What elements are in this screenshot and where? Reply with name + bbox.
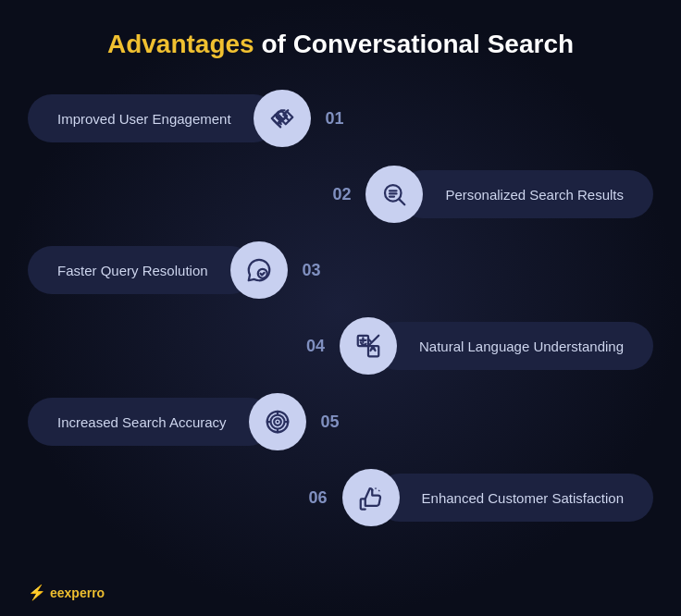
advantage-row-2: 02 Personalized Search Results [28,161,653,228]
translate-icon [354,332,382,360]
icon-circle-5 [249,393,306,450]
number-2: 02 [328,185,354,204]
svg-line-1 [400,200,405,205]
number-3: 03 [299,261,325,280]
logo-text: eexperro [50,585,105,600]
logo-area: ⚡ eexperro [28,584,105,601]
label-pill-5: Increased Search Accuracy [28,398,273,446]
logo-brand: e [50,585,57,600]
number-1: 01 [322,109,348,129]
label-pill-1: Improved User Engagement [28,94,278,142]
handshake-icon [268,105,296,132]
chat-check-icon [245,256,273,284]
page-wrapper: Advantages of Conversational Search Impr… [0,0,681,616]
page-title: Advantages of Conversational Search [107,30,574,59]
items-container: Improved User Engagement 01 02 [28,85,653,598]
label-pill-6: Enhanced Customer Satisfaction [376,474,653,522]
label-pill-4: Natural Language Understanding [373,322,653,370]
number-5: 05 [317,413,343,432]
icon-circle-3 [230,241,288,299]
icon-circle-6 [342,469,400,526]
target-icon [264,408,291,436]
advantage-row-3: Faster Query Resolution 03 [28,237,653,303]
icon-circle-1 [254,90,311,147]
svg-point-11 [276,421,279,424]
title-highlight: Advantages [107,30,254,58]
label-text-2: Personalized Search Results [445,187,624,203]
label-pill-3: Faster Query Resolution [28,246,254,294]
advantage-row-6: 06 Enhanced Customer Satisfaction [28,464,653,531]
label-pill-2: Personalized Search Results [399,170,653,218]
icon-circle-2 [365,166,423,223]
advantage-row-5: Increased Search Accuracy 05 [28,388,653,455]
label-text-3: Faster Query Resolution [57,263,208,278]
label-text-5: Increased Search Accuracy [57,414,227,430]
number-4: 04 [303,337,328,356]
search-lines-icon [380,180,408,208]
title-suffix: of Conversational Search [254,30,574,58]
label-text-1: Improved User Engagement [57,111,231,127]
label-text-6: Enhanced Customer Satisfaction [422,490,624,506]
logo-icon: ⚡ [28,584,46,601]
advantage-row-1: Improved User Engagement 01 [28,85,653,152]
label-text-4: Natural Language Understanding [419,339,624,354]
thumb-star-icon [357,484,385,511]
icon-circle-4 [340,317,397,375]
advantage-row-4: 04 Natural Language Understanding [28,313,653,379]
logo-name: experro [57,585,105,600]
number-6: 06 [305,488,331,508]
